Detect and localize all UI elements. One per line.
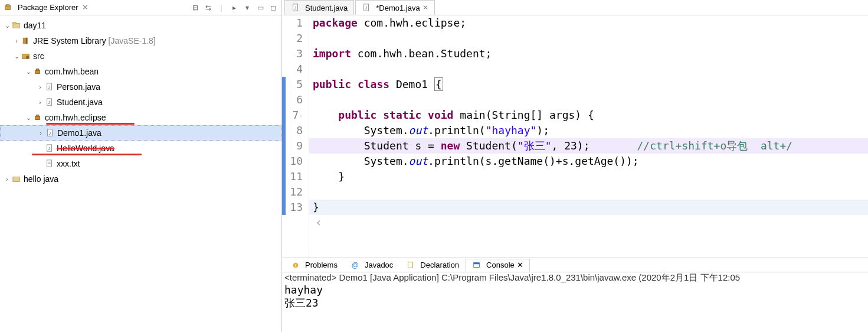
package-eclipse-node[interactable]: ⌄ com.hwh.eclipse (0, 110, 281, 125)
range-indicator (282, 77, 286, 215)
helloworld-label: HelloWorld.java (57, 144, 114, 153)
declaration-icon (406, 261, 415, 270)
twisty-collapsed-icon[interactable]: › (35, 99, 45, 106)
console-output[interactable]: hayhay 张三23 (282, 284, 868, 310)
tab-problems[interactable]: ! Problems (284, 259, 344, 272)
svg-rect-23 (13, 177, 19, 182)
editor-tabstrip: J Student.java J *Demo1.java ✕ (282, 0, 868, 15)
hello-java-label: hello java (24, 174, 58, 184)
collapse-all-icon[interactable]: ⊟ (191, 3, 200, 12)
java-file-icon: J (45, 82, 54, 92)
twisty-expanded-icon[interactable]: ⌄ (24, 68, 33, 76)
console-line: 张三23 (284, 296, 866, 310)
twisty-expanded-icon[interactable]: ⌄ (2, 22, 12, 30)
java-file-icon: J (362, 3, 371, 12)
editor-pane: J Student.java J *Demo1.java ✕ 1234 567◦… (282, 0, 868, 332)
java-project-icon (12, 174, 21, 184)
twisty-collapsed-icon[interactable]: › (36, 129, 45, 136)
svg-text:J: J (48, 85, 50, 89)
hello-java-project-node[interactable]: › hello java (0, 171, 281, 187)
view-menu-icon[interactable]: ▾ (243, 3, 252, 12)
tab-javadoc[interactable]: @ Javadoc (344, 259, 399, 272)
close-icon[interactable]: ✕ (422, 4, 428, 12)
line-gutter: 1234 567◦8 910111213 (282, 15, 309, 258)
console-status: <terminated> Demo1 [Java Application] C:… (282, 272, 868, 284)
java-file-icon: J (45, 97, 54, 107)
close-icon[interactable]: ✕ (82, 3, 89, 12)
package-bean-label: com.hwh.bean (45, 67, 99, 76)
svg-text:J: J (48, 100, 50, 105)
svg-rect-32 (474, 262, 480, 264)
console-line: hayhay (284, 284, 866, 296)
student-label: Student.java (57, 97, 103, 107)
java-file-icon: J (45, 128, 55, 138)
maximize-icon[interactable]: ◻ (268, 3, 278, 12)
svg-rect-3 (13, 22, 16, 24)
student-java-node[interactable]: › J Student.java (0, 95, 281, 110)
svg-text:J: J (294, 6, 296, 10)
twisty-collapsed-icon[interactable]: › (35, 83, 45, 90)
demo1-java-node[interactable]: › J Demo1.java (0, 125, 281, 141)
console-icon (472, 261, 482, 270)
project-label: day11 (24, 21, 46, 30)
twisty-expanded-icon[interactable]: ⌄ (12, 53, 21, 60)
svg-rect-5 (25, 38, 28, 44)
bottom-panel: ! Problems @ Javadoc Declaration Console… (282, 258, 868, 332)
annotation-underline (32, 154, 142, 155)
tab-demo1[interactable]: J *Demo1.java ✕ (355, 0, 434, 15)
tab-console[interactable]: Console ✕ (466, 259, 530, 272)
person-label: Person.java (57, 82, 100, 92)
code-editor[interactable]: 1234 567◦8 910111213 package com.hwh.ecl… (282, 15, 868, 258)
jre-qualifier: [JavaSE-1.8] (109, 36, 156, 45)
code-area[interactable]: package com.hwh.eclipse; import com.hwh.… (309, 15, 868, 258)
horizontal-scrollbar[interactable]: ‹ (309, 215, 868, 227)
svg-rect-9 (36, 69, 38, 71)
tab-student-label: Student.java (305, 4, 348, 12)
svg-rect-30 (408, 262, 413, 268)
java-file-icon: J (291, 3, 300, 12)
focus-task-icon[interactable]: ▸ (230, 3, 239, 12)
package-tree[interactable]: ⌄ day11 › JRE System Library [JavaSE-1.8… (0, 15, 281, 332)
minimize-icon[interactable]: ▭ (256, 3, 265, 12)
tab-student[interactable]: J Student.java (284, 0, 354, 15)
src-folder-node[interactable]: ⌄ src (0, 48, 281, 64)
package-icon (33, 113, 42, 122)
svg-text:!: ! (294, 262, 296, 268)
demo1-label: Demo1.java (57, 128, 101, 138)
svg-text:J: J (48, 147, 50, 151)
view-menu-sep: | (217, 3, 226, 12)
problems-icon: ! (291, 261, 300, 270)
package-explorer-view: Package Explorer ✕ ⊟ ⇆ | ▸ ▾ ▭ ◻ ⌄ day11… (0, 0, 282, 332)
twisty-collapsed-icon[interactable]: › (12, 37, 21, 44)
svg-rect-1 (6, 4, 9, 6)
explorer-header: Package Explorer ✕ ⊟ ⇆ | ▸ ▾ ▭ ◻ (0, 0, 281, 15)
package-eclipse-label: com.hwh.eclipse (45, 113, 106, 122)
package-explorer-icon (4, 3, 13, 12)
svg-rect-15 (36, 115, 38, 117)
twisty-expanded-icon[interactable]: ⌄ (24, 114, 33, 122)
explorer-title: Package Explorer (18, 3, 78, 12)
twisty-collapsed-icon[interactable]: › (2, 175, 12, 183)
person-java-node[interactable]: › J Person.java (0, 79, 281, 95)
svg-rect-4 (23, 38, 25, 44)
source-folder-icon (21, 51, 31, 61)
jre-label: JRE System Library (33, 36, 106, 45)
close-icon[interactable]: ✕ (517, 261, 523, 269)
svg-text:J: J (365, 6, 368, 10)
tab-declaration[interactable]: Declaration (399, 259, 466, 272)
link-editor-icon[interactable]: ⇆ (204, 3, 213, 12)
library-icon (21, 36, 31, 45)
java-project-icon (12, 21, 21, 30)
svg-text:J: J (48, 131, 51, 135)
java-file-icon: J (45, 144, 54, 153)
project-node[interactable]: ⌄ day11 (0, 18, 281, 33)
src-label: src (33, 51, 44, 61)
jre-library-node[interactable]: › JRE System Library [JavaSE-1.8] (0, 33, 281, 48)
javadoc-icon: @ (351, 261, 360, 270)
package-bean-node[interactable]: ⌄ com.hwh.bean (0, 64, 281, 79)
xxx-txt-node[interactable]: › xxx.txt (0, 156, 281, 171)
xxx-label: xxx.txt (57, 159, 80, 168)
text-file-icon (45, 159, 54, 168)
package-icon (33, 67, 42, 76)
tab-demo1-label: *Demo1.java (376, 4, 420, 12)
